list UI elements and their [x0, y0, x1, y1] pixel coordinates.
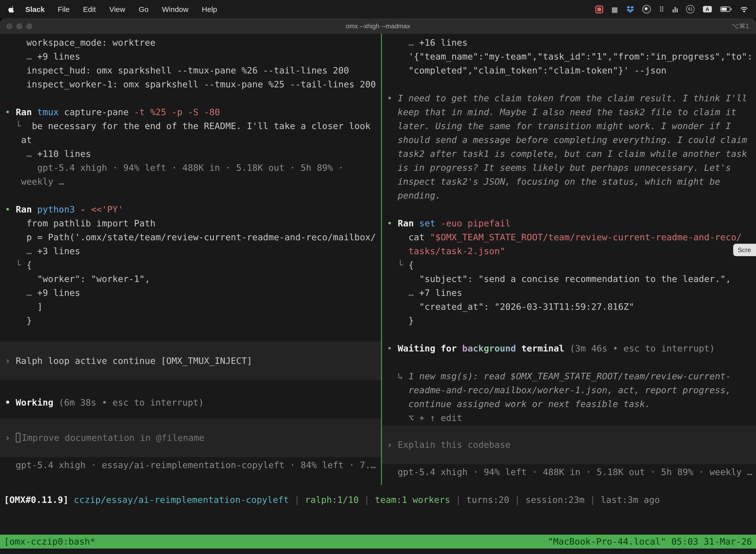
- stats-icon[interactable]: [673, 6, 678, 12]
- terminal-line: cat "$OMX_TEAM_STATE_ROOT/team/review-cu…: [382, 230, 756, 244]
- terminal-line: inspect task2's JSON, focusing on the st…: [382, 175, 756, 189]
- omx-status-bar: [OMX#0.11.9] cczip/essay/ai-reimplementa…: [0, 493, 756, 507]
- terminal-line: [382, 355, 756, 369]
- model-status-line: gpt-5.4 xhigh · essay/ai-reimplementatio…: [0, 458, 381, 472]
- tmux-pane-left[interactable]: workspace_mode: worktree … +9 lines insp…: [0, 34, 381, 485]
- composer-input[interactable]: › Improve documentation in @filename: [0, 419, 381, 457]
- terminal-line: • Ran tmux capture-pane -t %25 -p -S -80: [0, 105, 381, 119]
- screen-share-notification[interactable]: Scre: [734, 244, 756, 256]
- window-shortcut-hint: ⌥⌘1: [732, 22, 749, 30]
- omx-status-line: [OMX#0.11.9] cczip/essay/ai-reimplementa…: [0, 493, 756, 507]
- menu-go[interactable]: Go: [139, 5, 148, 13]
- terminal-line: gpt-5.4 xhigh · 94% left · 488K in · 5.1…: [0, 161, 381, 175]
- terminal-line: • Ran python3 - <<'PY': [0, 203, 381, 216]
- terminal-line: [382, 77, 756, 91]
- terminal-line: … +9 lines: [0, 50, 381, 63]
- text-cursor: [16, 433, 20, 442]
- terminal-line: • Ran set -euo pipefail: [382, 216, 756, 230]
- terminal-line: pending.: [382, 189, 756, 203]
- battery-icon[interactable]: [720, 6, 732, 12]
- terminal-line: [382, 328, 756, 341]
- terminal-window: × omx --xhigh --madmax ⌥⌘1 workspace_mod…: [0, 18, 756, 554]
- terminal-line: from pathlib import Path: [0, 216, 381, 230]
- terminal-line: is in progress? It seems likely but perh…: [382, 161, 756, 175]
- tmux-status-bar: [omx-cczip0:bash* "MacBook-Pro-44.local"…: [0, 535, 756, 549]
- menu-view[interactable]: View: [109, 5, 125, 13]
- terminal-line: weekly …: [0, 175, 381, 189]
- ralph-loop-status: › Ralph loop active continue [OMX_TMUX_I…: [0, 341, 381, 380]
- window-controls: ×: [6, 23, 32, 29]
- minimize-button[interactable]: [16, 23, 22, 29]
- menu-bar: Slack File Edit View Go Window Help ▦ ⠿ …: [0, 0, 756, 18]
- menu-file[interactable]: File: [58, 5, 69, 13]
- tmux-host-time: "MacBook-Pro-44.local" 05:03 31-Mar-26: [548, 535, 752, 549]
- menu-items: File Edit View Go Window Help: [58, 5, 217, 13]
- menu-edit[interactable]: Edit: [83, 5, 96, 13]
- zoom-button[interactable]: [26, 23, 32, 29]
- menu-status-icons: ▦ ⠿ 61 A: [595, 5, 748, 13]
- terminal-line: [0, 189, 381, 203]
- terminal-line: task2 after task1 is complete, but can I…: [382, 147, 756, 161]
- terminal-line: "completed","claim_token":"claim-token"}…: [382, 63, 756, 77]
- terminal-line: … +110 lines: [0, 147, 381, 161]
- terminal-line: … +7 lines: [382, 286, 756, 300]
- terminal-line: … +9 lines: [0, 286, 381, 300]
- tmux-session-name: [omx-cczip0:bash*: [4, 535, 95, 549]
- working-status: • Working (6m 38s • esc to interrupt): [0, 396, 381, 409]
- terminal-line: "subject": "send a concise recommendatio…: [382, 272, 756, 286]
- terminal-line: … +16 lines: [382, 36, 756, 50]
- input-source-icon[interactable]: A: [703, 6, 712, 12]
- terminal-line: [382, 203, 756, 216]
- terminal-line: ]: [0, 300, 381, 314]
- terminal-line: [0, 91, 381, 105]
- terminal-line: "created_at": "2026-03-31T11:59:27.816Z": [382, 300, 756, 314]
- terminal-line: later. Using the same for transition mig…: [382, 119, 756, 133]
- model-status-line: gpt-5.4 xhigh · 94% left · 488K in · 5.1…: [382, 465, 756, 479]
- app-menu-icon[interactable]: [642, 5, 650, 13]
- terminal-line: • I need to get the claim token from the…: [382, 91, 756, 105]
- terminal-line: workspace_mode: worktree: [0, 36, 381, 50]
- window-titlebar[interactable]: × omx --xhigh --madmax ⌥⌘1: [0, 18, 756, 34]
- terminal-line: └ be necessary for the end of the README…: [0, 119, 381, 133]
- composer-input[interactable]: › Explain this codebase: [382, 426, 756, 464]
- screen-recording-icon[interactable]: [595, 5, 603, 13]
- wifi-icon[interactable]: [740, 6, 748, 12]
- battery-percent-icon[interactable]: 61: [686, 5, 694, 13]
- keyboard-icon[interactable]: ▦: [611, 6, 618, 13]
- terminal-line: p = Path('.omx/state/team/review-current…: [0, 230, 381, 244]
- tmux-pane-right[interactable]: … +16 lines '{"team_name":"my-team","tas…: [382, 34, 756, 485]
- launchpad-dots-icon[interactable]: ⠿: [659, 6, 664, 13]
- menu-app-name[interactable]: Slack: [25, 5, 45, 13]
- terminal-line: inspect_hud: omx sparkshell --tmux-pane …: [0, 63, 381, 77]
- terminal-line: continue assigned work or next feasible …: [382, 397, 756, 411]
- edit-hint: ⌥ + ↑ edit: [382, 411, 756, 425]
- terminal-line: }: [382, 314, 756, 328]
- terminal-line: … +3 lines: [0, 244, 381, 258]
- close-button[interactable]: ×: [6, 23, 12, 29]
- terminal-line: keep that in mind. Maybe I also need the…: [382, 105, 756, 119]
- terminal-line: ↳ 1 new msg(s): read $OMX_TEAM_STATE_ROO…: [382, 369, 756, 383]
- terminal-line: inspect_worker-1: omx sparkshell --tmux-…: [0, 77, 381, 91]
- waiting-status: • Waiting for background terminal (3m 46…: [382, 341, 756, 355]
- terminal-line: should send a message before completing …: [382, 133, 756, 147]
- tmux-panes: workspace_mode: worktree … +9 lines insp…: [0, 34, 756, 485]
- screen: Slack File Edit View Go Window Help ▦ ⠿ …: [0, 0, 756, 554]
- dropbox-icon[interactable]: [626, 6, 634, 13]
- apple-menu-icon[interactable]: [8, 5, 15, 13]
- terminal-line: "worker": "worker-1",: [0, 272, 381, 286]
- terminal-line: '{"team_name":"my-team","task_id":"1","f…: [382, 50, 756, 63]
- terminal-line: └ {: [382, 258, 756, 272]
- terminal-line: at: [0, 133, 381, 147]
- terminal-line: └ {: [0, 258, 381, 272]
- menu-help[interactable]: Help: [202, 5, 217, 13]
- terminal-line: readme-and-reco/mailbox/worker-1.json, a…: [382, 383, 756, 397]
- terminal-line: tasks/task-2.json": [382, 244, 756, 258]
- terminal-line: }: [0, 314, 381, 328]
- menu-window[interactable]: Window: [162, 5, 189, 13]
- window-title: omx --xhigh --madmax: [0, 22, 756, 30]
